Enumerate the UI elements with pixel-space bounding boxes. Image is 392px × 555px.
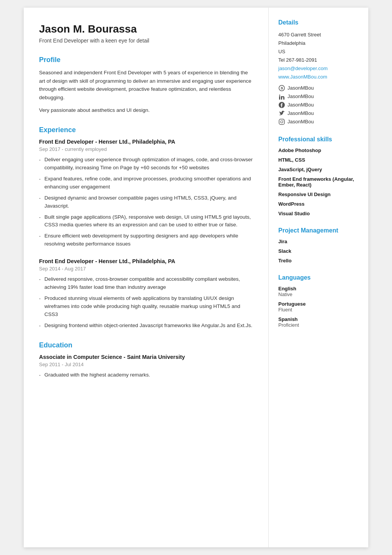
details-section: Details 4670 Garrett Street Philadelphia… (278, 19, 359, 125)
address-line3: US (278, 47, 359, 56)
bullet-item: Graduated with the highest academy remar… (39, 371, 253, 379)
svg-rect-2 (279, 119, 284, 124)
education-title: Education (39, 341, 253, 349)
lang-1-name: English (278, 286, 359, 291)
languages-title: Languages (278, 274, 359, 281)
bullet-item: Designing frontend within object-oriente… (39, 322, 253, 330)
lang-3-name: Spanish (278, 316, 359, 322)
skill-1: Adobe Photoshop (278, 147, 359, 153)
job-2-bullets: Delivered responsive, cross-browser comp… (39, 275, 253, 330)
professional-skills-title: Professional skills (278, 136, 359, 143)
experience-section: Experience Front End Developer - Henser … (39, 126, 253, 330)
social-twitter: JasonMBou (278, 110, 359, 117)
facebook-handle: JasonMBou (287, 102, 314, 108)
experience-title: Experience (39, 126, 253, 134)
social-skype: JasonMBou (278, 85, 359, 92)
education-section: Education Associate in Computer Science … (39, 341, 253, 379)
lang-2-name: Portuguese (278, 301, 359, 307)
social-linkedin: JasonMBou (278, 93, 359, 100)
edu-item-1: Associate in Computer Science - Saint Ma… (39, 354, 253, 379)
skill-2: HTML, CSS (278, 157, 359, 163)
lang-1: English Native (278, 286, 359, 297)
pm-2: Slack (278, 248, 359, 254)
right-column: Details 4670 Garrett Street Philadelphia… (269, 8, 368, 547)
skill-6: WordPress (278, 201, 359, 207)
skill-5: Responsive UI Design (278, 192, 359, 197)
lang-1-level: Native (278, 291, 359, 297)
instagram-icon (278, 118, 285, 125)
professional-skills-section: Professional skills Adobe Photoshop HTML… (278, 136, 359, 216)
job-2-title: Front End Developer - Henser Ltd., Phila… (39, 258, 253, 264)
bullet-item: Designed dynamic and browser compatible … (39, 194, 253, 210)
details-title: Details (278, 19, 359, 26)
profile-section: Profile Seasoned and independent Front E… (39, 56, 253, 115)
bullet-item: Ensure efficient web development by supp… (39, 232, 253, 248)
edu-bullets: Graduated with the highest academy remar… (39, 371, 253, 379)
pm-3: Trello (278, 258, 359, 264)
svg-point-1 (279, 95, 280, 96)
website-link[interactable]: www.JasonMBou.com (278, 73, 359, 81)
pm-1: Jira (278, 239, 359, 244)
lang-3-level: Proficient (278, 322, 359, 328)
profile-paragraph2: Very passionate about aesthetics and UI … (39, 106, 253, 115)
bullet-item: Produced stunning visual elements of web… (39, 295, 253, 319)
profile-paragraph1: Seasoned and independent Front End Devel… (39, 69, 253, 102)
social-facebook: JasonMBou (278, 102, 359, 108)
svg-rect-0 (279, 96, 280, 100)
profile-title: Profile (39, 56, 253, 64)
twitter-icon (278, 110, 285, 117)
lang-2: Portuguese Fluent (278, 301, 359, 313)
address-line1: 4670 Garrett Street (278, 31, 359, 39)
linkedin-handle: JasonMBou (287, 93, 314, 99)
resume-container: Jason M. Bourassa Front End Developer wi… (24, 8, 368, 547)
facebook-icon (278, 102, 285, 108)
social-instagram: JasonMBou (278, 118, 359, 125)
bullet-item: Built single page applications (SPA), re… (39, 213, 253, 229)
bullet-item: Deliver engaging user experience through… (39, 156, 253, 172)
candidate-tagline: Front End Developer with a keen eye for … (39, 38, 253, 44)
skill-4: Front End frameworks (Angular, Ember, Re… (278, 176, 359, 188)
candidate-name: Jason M. Bourassa (39, 23, 253, 35)
email-link[interactable]: jason@developer.com (278, 64, 359, 73)
job-1: Front End Developer - Henser Ltd., Phila… (39, 139, 253, 248)
lang-3: Spanish Proficient (278, 316, 359, 328)
instagram-handle: JasonMBou (287, 119, 314, 124)
svg-point-4 (283, 120, 284, 121)
skype-handle: JasonMBou (287, 85, 314, 91)
phone: Tel 267-981-2091 (278, 56, 359, 64)
linkedin-icon (278, 93, 285, 100)
project-management-title: Project Management (278, 227, 359, 234)
left-column: Jason M. Bourassa Front End Developer wi… (24, 8, 269, 547)
address-line2: Philadelphia (278, 39, 359, 47)
svg-point-3 (281, 121, 283, 123)
skill-7: Visual Studio (278, 211, 359, 216)
job-1-title: Front End Developer - Henser Ltd., Phila… (39, 139, 253, 145)
project-management-section: Project Management Jira Slack Trello (278, 227, 359, 264)
job-2: Front End Developer - Henser Ltd., Phila… (39, 258, 253, 330)
twitter-handle: JasonMBou (287, 110, 314, 116)
skype-icon (278, 85, 285, 92)
lang-2-level: Fluent (278, 307, 359, 313)
job-1-bullets: Deliver engaging user experience through… (39, 156, 253, 248)
skill-3: JavaScript, jQuery (278, 167, 359, 172)
languages-section: Languages English Native Portuguese Flue… (278, 274, 359, 328)
bullet-item: Delivered responsive, cross-browser comp… (39, 275, 253, 291)
edu-degree: Associate in Computer Science - Saint Ma… (39, 354, 253, 360)
job-2-date: Sep 2014 - Aug 2017 (39, 266, 253, 272)
bullet-item: Expand features, refine code, and improv… (39, 175, 253, 191)
edu-date: Sep 2011 - Jul 2014 (39, 362, 253, 367)
job-1-date: Sep 2017 - currently employed (39, 146, 253, 152)
